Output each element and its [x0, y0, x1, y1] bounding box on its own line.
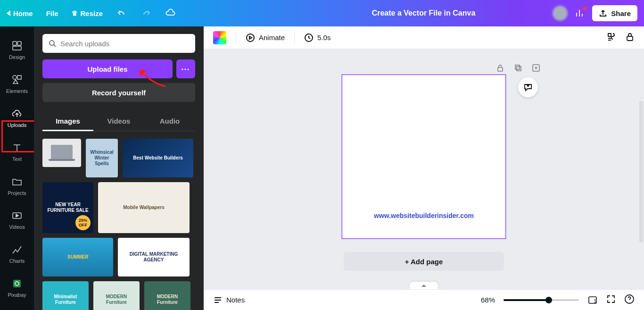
svg-rect-13 — [515, 65, 520, 69]
page-add[interactable] — [530, 62, 542, 74]
tab-videos[interactable]: Videos — [93, 112, 144, 131]
svg-point-8 — [50, 41, 54, 45]
chevron-left-icon — [7, 10, 10, 16]
home-button[interactable]: Home — [7, 9, 33, 17]
upload-thumb[interactable]: DIGITAL MARKETING AGENCY — [118, 238, 190, 276]
search-input[interactable] — [60, 40, 190, 48]
search-uploads[interactable] — [42, 34, 195, 53]
fullscreen-button[interactable] — [606, 294, 616, 305]
rail-elements[interactable]: Elements — [0, 67, 34, 101]
upload-thumb[interactable]: Whimsical Winter Spells — [86, 139, 118, 177]
help-button[interactable] — [624, 294, 635, 306]
page-comment-button[interactable] — [518, 77, 538, 97]
upload-thumb[interactable]: Mobile Wallpapers — [98, 182, 190, 233]
timeline-expand-handle[interactable] — [410, 282, 438, 289]
rail-projects[interactable]: Projects — [0, 169, 34, 203]
resize-menu[interactable]: ♛ Resize — [72, 9, 103, 17]
svg-rect-12 — [498, 67, 503, 71]
svg-rect-11 — [627, 36, 633, 41]
svg-rect-6 — [13, 280, 21, 287]
svg-point-9 — [247, 34, 254, 42]
canvas-scrollbar[interactable] — [639, 101, 643, 243]
upload-thumb[interactable]: SUMMER — [42, 238, 113, 276]
crown-icon: ♛ — [72, 9, 78, 17]
cloud-sync-icon[interactable] — [165, 8, 176, 19]
upload-files-button[interactable]: Upload files — [42, 59, 173, 78]
upload-thumb[interactable]: Best Website Builders — [123, 139, 193, 177]
rail-pixabay[interactable]: Pixabay — [0, 271, 34, 305]
page-duplicate[interactable] — [512, 62, 524, 74]
zoom-slider[interactable] — [504, 299, 579, 301]
zoom-label: 68% — [481, 296, 495, 304]
svg-rect-0 — [13, 42, 17, 45]
home-label: Home — [13, 9, 33, 17]
svg-rect-1 — [17, 42, 21, 45]
lock-button[interactable] — [625, 32, 635, 43]
file-menu[interactable]: File — [46, 9, 58, 17]
insights-button[interactable] — [574, 8, 586, 19]
tab-audio[interactable]: Audio — [144, 112, 195, 131]
document-title[interactable]: Create a Vector File in Canva — [372, 9, 476, 17]
page-lock[interactable] — [495, 62, 506, 74]
svg-rect-14 — [517, 67, 521, 71]
upload-thumb[interactable] — [42, 139, 81, 167]
tab-images[interactable]: Images — [42, 112, 93, 131]
redo-button[interactable] — [140, 8, 152, 19]
rail-videos[interactable]: Videos — [0, 203, 34, 237]
rail-charts[interactable]: Charts — [0, 237, 34, 271]
duration-button[interactable]: 5.0s — [304, 33, 330, 42]
rail-design[interactable]: Design — [0, 33, 34, 67]
upload-thumb[interactable]: MODERN Furniture — [144, 281, 190, 310]
rail-uploads[interactable]: Uploads — [0, 101, 34, 135]
canvas-page[interactable]: www.websitebuilderinsider.com — [342, 75, 506, 239]
search-icon — [48, 39, 57, 48]
undo-button[interactable] — [116, 8, 127, 19]
share-button[interactable]: Share — [592, 5, 637, 21]
record-yourself-button[interactable]: Record yourself — [42, 83, 195, 102]
page-text: www.websitebuilderinsider.com — [342, 212, 505, 219]
color-picker[interactable] — [213, 31, 226, 44]
notes-button[interactable]: Notes — [213, 295, 245, 305]
page-indicator[interactable]: 1 — [587, 295, 598, 305]
svg-rect-4 — [17, 75, 21, 79]
upload-thumb[interactable]: MODERN Furniture — [93, 281, 140, 310]
rail-text[interactable]: Text — [0, 135, 34, 169]
svg-point-3 — [13, 75, 17, 79]
svg-rect-2 — [13, 46, 21, 50]
upload-thumb[interactable]: Minimalist Furniture — [42, 281, 89, 310]
add-page-button[interactable]: + Add page — [344, 252, 504, 271]
upload-more-button[interactable]: ⋯ — [176, 59, 195, 78]
animate-button[interactable]: Animate — [246, 33, 285, 42]
styles-button[interactable] — [606, 32, 617, 43]
upload-thumb[interactable]: NEW YEAR FURNITURE SALE25% OFF — [42, 182, 93, 233]
avatar[interactable] — [553, 6, 568, 21]
